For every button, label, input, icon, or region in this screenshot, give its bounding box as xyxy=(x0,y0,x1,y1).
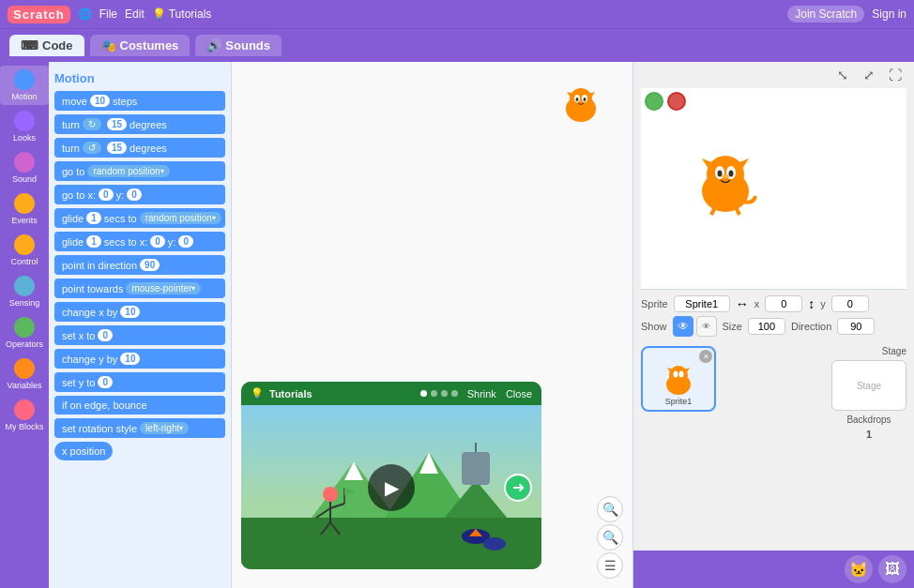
show-hidden-btn[interactable]: 👁 xyxy=(696,316,717,337)
block-edge-bounce[interactable]: if on edge, bounce xyxy=(54,396,225,415)
tutorials-icon: 💡 xyxy=(152,8,166,21)
cat-sensing-label: Sensing xyxy=(9,298,40,308)
cat-motion[interactable]: Motion xyxy=(0,66,49,105)
join-scratch-btn[interactable]: Join Scratch xyxy=(787,6,864,23)
svg-point-13 xyxy=(323,487,338,502)
block-turn-ccw[interactable]: turn ↺ 15 degrees xyxy=(54,138,225,158)
zoom-in-btn[interactable]: 🔍 xyxy=(597,496,623,522)
top-nav: Scratch 🌐 File Edit 💡 Tutorials Join Scr… xyxy=(0,0,914,28)
cat-operators[interactable]: Operators xyxy=(0,313,49,353)
svg-point-30 xyxy=(718,171,723,177)
block-categories: Motion Looks Sound Events Control Sensin… xyxy=(0,62,49,588)
looks-dot xyxy=(14,111,35,131)
sprites-stages-row: ✕ Sprite1 Stage xyxy=(641,346,906,440)
block-x-position[interactable]: x position xyxy=(54,442,113,460)
cat-control[interactable]: Control xyxy=(0,231,49,270)
operators-dot xyxy=(14,317,35,338)
direction-input[interactable] xyxy=(837,318,875,335)
code-icon: ⌨ xyxy=(21,38,38,53)
cat-control-label: Control xyxy=(10,257,38,266)
events-dot xyxy=(14,193,35,214)
cat-events-label: Events xyxy=(11,216,38,225)
sounds-icon: 🔊 xyxy=(206,38,221,53)
shrink-stage-btn[interactable]: ⤡ xyxy=(831,64,854,86)
costumes-tab[interactable]: 🎭 Costumes xyxy=(90,35,190,56)
bottom-bar: 🐱 🖼 xyxy=(633,550,914,588)
block-change-x[interactable]: change x by 10 xyxy=(54,302,225,322)
block-glide-random[interactable]: glide 1 secs to random position xyxy=(54,208,225,228)
block-point-direction[interactable]: point in direction 90 xyxy=(54,255,225,275)
costumes-tab-label: Costumes xyxy=(120,38,179,53)
sign-in-btn[interactable]: Sign in xyxy=(872,8,906,21)
y-label: y xyxy=(820,298,826,309)
cat-variables[interactable]: Variables xyxy=(0,354,49,394)
tutorial-content[interactable]: ▶ ➜ xyxy=(241,405,541,569)
fullscreen-btn[interactable]: ⛶ xyxy=(884,64,906,86)
stage-thumb[interactable]: Stage xyxy=(831,360,906,411)
add-backdrop-icon: 🖼 xyxy=(885,561,900,578)
scratch-logo[interactable]: Scratch xyxy=(8,6,70,23)
block-point-towards[interactable]: point towards mouse-pointer xyxy=(54,279,225,298)
zoom-out-btn[interactable]: 🔍 xyxy=(597,524,623,550)
cat-sensing[interactable]: Sensing xyxy=(0,272,49,311)
block-goto-random[interactable]: go to random position xyxy=(54,161,225,181)
stage-label: Stage xyxy=(831,346,906,356)
sprites-column: ✕ Sprite1 xyxy=(641,346,716,440)
code-tab[interactable]: ⌨ Code xyxy=(9,35,84,56)
dot-3 xyxy=(441,390,448,397)
block-set-y[interactable]: set y to 0 xyxy=(54,372,225,392)
shrink-btn[interactable]: Shrink xyxy=(467,388,496,400)
edit-menu-btn[interactable]: Edit xyxy=(125,8,145,21)
tutorial-dots xyxy=(420,390,458,397)
tutorials-btn[interactable]: 💡 Tutorials xyxy=(152,8,212,21)
tutorial-play-btn[interactable]: ▶ xyxy=(368,464,415,511)
code-area[interactable]: 💡 Tutorials Shrink Close xyxy=(232,62,632,588)
nav-right: Join Scratch Sign in xyxy=(787,6,906,23)
tutorial-bulb-icon: 💡 xyxy=(251,387,264,400)
show-label: Show xyxy=(641,321,667,332)
cat-looks[interactable]: Looks xyxy=(0,107,49,146)
cat-sound[interactable]: Sound xyxy=(0,148,49,188)
cat-events[interactable]: Events xyxy=(0,189,49,229)
show-btns: 👁 👁 xyxy=(673,316,717,337)
size-input[interactable] xyxy=(748,318,785,335)
cat-sound-label: Sound xyxy=(12,174,37,184)
file-menu-btn[interactable]: File xyxy=(99,8,117,21)
toolbar: ⌨ Code 🎭 Costumes 🔊 Sounds xyxy=(0,28,914,62)
x-icon: ↔ xyxy=(736,296,749,311)
add-backdrop-btn[interactable]: 🖼 xyxy=(878,555,906,583)
block-move[interactable]: move 10 steps xyxy=(54,91,225,111)
block-goto-xy[interactable]: go to x: 0 y: 0 xyxy=(54,185,225,204)
sprite-x-input[interactable] xyxy=(765,295,802,312)
sprite-list-area: ✕ Sprite1 Stage xyxy=(633,342,914,550)
cat-myblocks[interactable]: My Blocks xyxy=(0,396,49,435)
stage-sprite xyxy=(688,144,763,223)
sprite-delete-btn[interactable]: ✕ xyxy=(699,350,712,363)
sprite-name-input[interactable] xyxy=(674,295,730,312)
block-glide-xy[interactable]: glide 1 secs to x: 0 y: 0 xyxy=(54,232,225,251)
size-label: Size xyxy=(723,321,742,332)
globe-btn[interactable]: 🌐 xyxy=(78,8,92,21)
add-sprite-btn[interactable]: 🐱 xyxy=(845,555,873,583)
zoom-reset-btn[interactable]: ☰ xyxy=(597,552,623,579)
block-change-y[interactable]: change y by 10 xyxy=(54,349,225,369)
sounds-tab[interactable]: 🔊 Sounds xyxy=(195,35,282,56)
block-set-x[interactable]: set x to 0 xyxy=(54,325,225,345)
block-turn-cw[interactable]: turn ↻ 15 degrees xyxy=(54,114,225,134)
tutorial-header-label: Tutorials xyxy=(269,388,312,400)
stage-column-right: Stage Stage Backdrops 1 xyxy=(831,346,906,440)
show-visible-btn[interactable]: 👁 xyxy=(673,316,693,337)
stage-canvas[interactable] xyxy=(641,88,906,290)
green-flag-btn[interactable] xyxy=(645,92,663,111)
sprite-card-1[interactable]: ✕ Sprite1 xyxy=(641,346,716,412)
block-rotation-style[interactable]: set rotation style left-right xyxy=(54,418,225,438)
tutorial-next-btn[interactable]: ➜ xyxy=(504,474,532,502)
sprite-y-input[interactable] xyxy=(831,295,869,312)
stop-btn[interactable] xyxy=(667,92,686,111)
sensing-dot xyxy=(14,276,35,296)
expand-stage-btn[interactable]: ⤢ xyxy=(858,64,880,86)
sprite-info: Sprite ↔ x ↕ y Show 👁 👁 Size Direction xyxy=(633,290,914,342)
myblocks-dot xyxy=(14,400,35,420)
cat-myblocks-label: My Blocks xyxy=(5,422,43,431)
close-btn[interactable]: Close xyxy=(506,388,532,400)
